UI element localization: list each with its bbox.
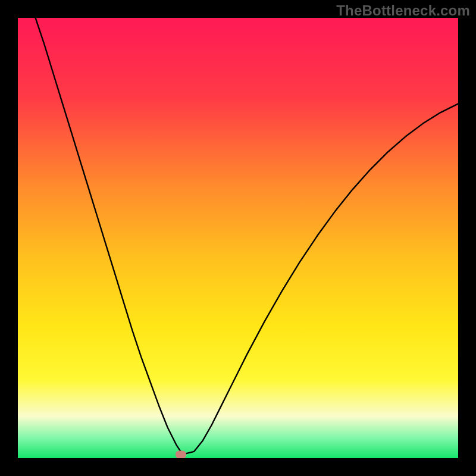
watermark-text: TheBottleneck.com: [336, 2, 470, 19]
optimal-marker: [176, 451, 186, 458]
bottleneck-curve: [18, 18, 458, 458]
chart-frame: TheBottleneck.com: [0, 0, 476, 476]
plot-area: [18, 18, 458, 458]
